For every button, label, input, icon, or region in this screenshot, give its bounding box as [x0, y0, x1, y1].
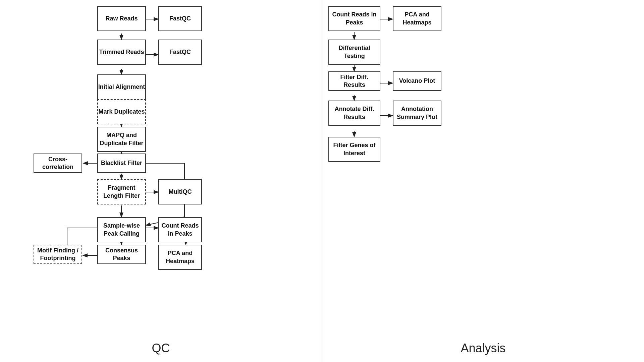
blacklist-filter-box: Blacklist Filter — [97, 154, 146, 173]
annotate-diff-box: Annotate Diff. Results — [328, 101, 380, 126]
mark-duplicates-box: Mark Duplicates — [97, 99, 146, 124]
fastqc1-box: FastQC — [158, 6, 202, 31]
qc-label: QC — [152, 341, 170, 355]
consensus-peaks-box: Consensus Peaks — [97, 245, 146, 264]
motif-finding-box: Motif Finding / Footprinting — [34, 245, 82, 264]
cross-correlation-box: Cross-correlation — [34, 154, 82, 173]
multiqc-box: MultiQC — [158, 179, 202, 204]
count-reads-peaks-box: Count Reads in Peaks — [158, 217, 202, 242]
filter-genes-box: Filter Genes of Interest — [328, 137, 380, 162]
mapq-filter-box: MAPQ and Duplicate Filter — [97, 127, 146, 152]
filter-diff-box: Filter Diff. Results — [328, 71, 380, 91]
annotation-summary-box: Annotation Summary Plot — [393, 101, 441, 126]
analysis-panel: Count Reads in Peaks PCA and Heatmaps Di… — [322, 0, 644, 362]
volcano-plot-box: Volcano Plot — [393, 71, 441, 91]
fragment-length-box: Fragment Length Filter — [97, 179, 146, 204]
fastqc2-box: FastQC — [158, 40, 202, 65]
sample-peak-calling-box: Sample-wise Peak Calling — [97, 217, 146, 242]
qc-panel: Raw Reads FastQC Trimmed Reads FastQC In… — [0, 0, 322, 362]
raw-reads-box: Raw Reads — [97, 6, 146, 31]
analysis-count-reads-box: Count Reads in Peaks — [328, 6, 380, 31]
analysis-label: Analysis — [461, 341, 505, 355]
differential-testing-box: Differential Testing — [328, 40, 380, 65]
trimmed-reads-box: Trimmed Reads — [97, 40, 146, 65]
pca-heatmaps-qc-box: PCA and Heatmaps — [158, 245, 202, 270]
analysis-pca-heatmaps-box: PCA and Heatmaps — [393, 6, 441, 31]
initial-alignment-box: Initial Alignment — [97, 74, 146, 100]
